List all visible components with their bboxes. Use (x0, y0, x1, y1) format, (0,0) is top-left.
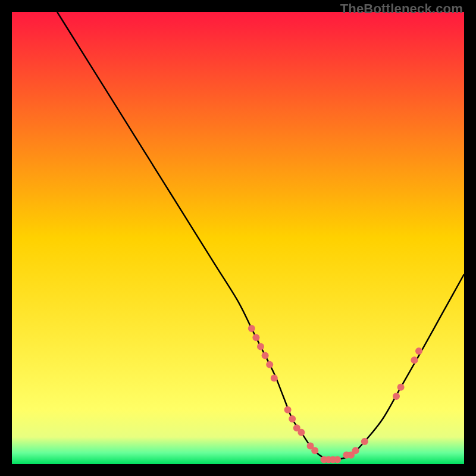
marked-point (361, 438, 368, 445)
marked-point (266, 361, 273, 368)
marked-point (271, 375, 278, 382)
marked-point (393, 393, 400, 400)
marked-point (411, 356, 418, 364)
marked-point (415, 347, 422, 355)
marked-point (334, 456, 341, 463)
marked-point (252, 334, 259, 341)
chart-svg (12, 12, 464, 464)
marked-point (397, 384, 405, 391)
marked-point (298, 429, 305, 436)
watermark-text: TheBottleneck.com (340, 1, 463, 17)
marked-point (352, 447, 359, 454)
chart-frame (12, 12, 464, 464)
marked-point (289, 415, 296, 422)
marked-point (257, 343, 264, 350)
marked-point (262, 352, 269, 359)
marked-point (284, 406, 292, 414)
marked-point (311, 447, 318, 454)
marked-point (248, 325, 255, 332)
